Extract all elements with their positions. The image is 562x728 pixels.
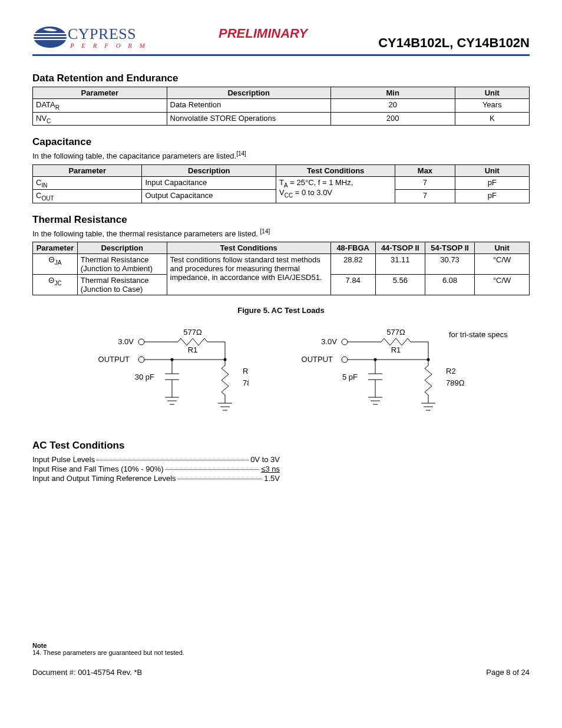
figure5-caption: Figure 5. AC Test Loads — [32, 306, 530, 315]
test-conditions-cell: TA = 25°C, f = 1 MHz, VCC = 0 to 3.0V — [276, 176, 395, 203]
cell: K — [455, 112, 529, 126]
svg-text:R2: R2 — [446, 367, 456, 375]
page-footer: Document #: 001-45754 Rev. *B Page 8 of … — [32, 668, 530, 677]
cell: 20 — [330, 99, 455, 113]
ac-value: 0V to 3V — [250, 455, 280, 464]
section-retention-title: Data Retention and Endurance — [32, 73, 530, 84]
cell: Years — [455, 99, 529, 113]
subtext-ref: [14] — [260, 228, 270, 235]
subtext-ref: [14] — [236, 150, 246, 157]
subtext-text: In the following table, the thermal resi… — [32, 229, 260, 238]
table-row: NVC Nonvolatile STORE Operations 200 K — [33, 112, 530, 126]
cell: pF — [455, 176, 529, 190]
cell: 30.73 — [425, 254, 474, 275]
cell: 7.84 — [330, 275, 375, 295]
ac-row: Input Pulse Levels 0V to 3V — [32, 455, 280, 464]
logo-tagline: P E R F O R M — [70, 42, 148, 49]
col-header: Min — [330, 87, 455, 99]
cell: 200 — [330, 112, 455, 126]
svg-text:577Ω: 577Ω — [183, 328, 202, 337]
cell: 5.56 — [375, 275, 425, 295]
circuit-right: 3.0V 577Ω R1 for tri-state specs OUTPUT … — [284, 327, 508, 427]
svg-text:OUTPUT: OUTPUT — [98, 355, 130, 364]
footnote-block: Note 14. These parameters are guaranteed… — [32, 642, 530, 656]
svg-text:R1: R1 — [188, 345, 198, 354]
col-header: Max — [395, 164, 455, 176]
col-header: Parameter — [33, 87, 167, 99]
subtext-text: In the following table, the capacitance … — [32, 152, 236, 161]
section-capacitance-title: Capacitance — [32, 136, 530, 148]
param-sub: R — [55, 104, 59, 111]
param-sub: IN — [41, 182, 47, 188]
ac-label: Input Pulse Levels — [32, 455, 95, 464]
logo-block: CYPRESS P E R F O R M — [32, 24, 148, 51]
page-number: Page 8 of 24 — [486, 668, 530, 677]
cond-part: T — [279, 178, 284, 187]
test-conditions-cell: Test conditions follow standard test met… — [167, 254, 330, 295]
table-row: DATAR Data Retention 20 Years — [33, 99, 530, 113]
section-thermal-title: Thermal Resistance — [32, 214, 530, 226]
svg-rect-2 — [34, 36, 67, 37]
svg-point-32 — [342, 339, 348, 345]
col-header: 54-TSOP II — [425, 242, 474, 254]
svg-point-39 — [342, 357, 348, 363]
ac-label: Input and Output Timing Reference Levels — [32, 474, 176, 483]
table-row: ΘJA Thermal Resistance (Junction to Ambi… — [33, 254, 530, 275]
svg-text:OUTPUT: OUTPUT — [302, 355, 333, 364]
svg-text:5 pF: 5 pF — [342, 373, 358, 381]
param-sub: OUT — [41, 195, 54, 202]
param-symbol: C — [36, 191, 41, 200]
cell: °C/W — [475, 275, 530, 295]
cell: Output Capacitance — [142, 190, 276, 203]
section-ac-title: AC Test Conditions — [32, 440, 530, 452]
param-sub: JA — [55, 259, 62, 266]
col-header: Test Conditions — [276, 164, 395, 176]
col-header: Unit — [455, 164, 529, 176]
col-header: Parameter — [33, 242, 78, 254]
logo-name: CYPRESS — [68, 25, 148, 43]
param-symbol: NV — [36, 114, 47, 123]
svg-text:789Ω: 789Ω — [446, 378, 465, 387]
retention-table: Parameter Description Min Unit DATAR Dat… — [32, 87, 530, 126]
svg-point-11 — [138, 357, 144, 363]
param-symbol: Θ — [49, 255, 55, 264]
param-symbol: Θ — [48, 276, 54, 285]
cell: Input Capacitance — [142, 176, 276, 190]
ac-row: Input and Output Timing Reference Levels… — [32, 474, 280, 483]
ac-value: ≤3 ns — [261, 465, 280, 473]
svg-text:3.0V: 3.0V — [321, 337, 337, 346]
note-title: Note — [32, 642, 530, 649]
circuit-diagrams: 3.0V 577Ω R1 OUTPUT 30 pF R2 789Ω 3.0V — [32, 327, 530, 427]
cell: pF — [455, 190, 529, 203]
svg-text:577Ω: 577Ω — [386, 328, 405, 337]
thermal-table: Parameter Description Test Conditions 48… — [32, 242, 530, 295]
cell: 28.82 — [330, 254, 375, 275]
cond-part: A — [284, 182, 288, 188]
cell: Nonvolatile STORE Operations — [167, 112, 330, 126]
svg-text:R2: R2 — [243, 367, 249, 375]
note-text: 14. These parameters are guaranteed but … — [32, 649, 530, 656]
col-header: Description — [142, 164, 276, 176]
col-header: Description — [167, 87, 330, 99]
part-number: CY14B102L, CY14B102N — [378, 35, 530, 51]
dot-leader — [97, 460, 249, 460]
col-header: 48-FBGA — [330, 242, 375, 254]
param-symbol: DATA — [36, 100, 55, 109]
cypress-logo-icon — [32, 24, 70, 51]
cond-part: = 25°C, f = 1 MHz, — [288, 178, 353, 187]
param-symbol: C — [36, 178, 41, 187]
col-header: Description — [77, 242, 167, 254]
col-header: 44-TSOP II — [375, 242, 425, 254]
col-header: Test Conditions — [167, 242, 330, 254]
dot-leader — [178, 479, 263, 479]
svg-text:30 pF: 30 pF — [135, 373, 154, 381]
table-row: CIN Input Capacitance TA = 25°C, f = 1 M… — [33, 176, 530, 190]
cell: Thermal Resistance (Junction to Ambient) — [77, 254, 167, 275]
preliminary-label: PRELIMINARY — [219, 26, 308, 41]
thermal-subtext: In the following table, the thermal resi… — [32, 228, 530, 238]
circuit-left: 3.0V 577Ω R1 OUTPUT 30 pF R2 789Ω — [54, 327, 249, 427]
cell: 6.08 — [425, 275, 474, 295]
col-header: Unit — [455, 87, 529, 99]
cond-part: V — [279, 188, 285, 197]
svg-rect-3 — [34, 39, 67, 40]
